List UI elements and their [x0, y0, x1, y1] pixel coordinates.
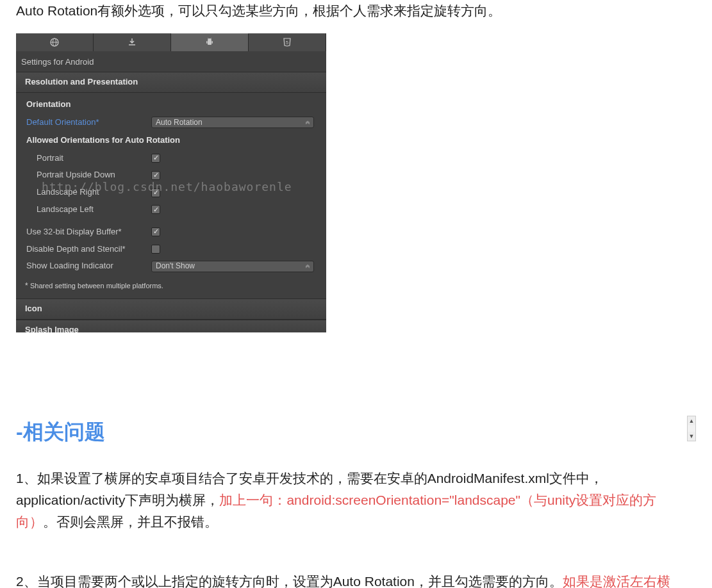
resolution-body: Orientation Default Orientation* Auto Ro… — [16, 93, 326, 298]
landscape-right-checkbox[interactable]: ✓ — [151, 188, 160, 197]
portrait-upside-row: Portrait Upside Down ✓ — [16, 167, 326, 184]
default-orientation-dropdown[interactable]: Auto Rotation — [151, 117, 314, 128]
portrait-row: Portrait ✓ — [16, 150, 326, 167]
portrait-checkbox[interactable]: ✓ — [151, 154, 160, 163]
scroll-up-icon[interactable]: ▲ — [688, 416, 695, 425]
svg-text:5: 5 — [286, 40, 288, 45]
download-icon — [127, 37, 137, 47]
show-loading-label: Show Loading Indicator — [26, 259, 151, 273]
related-section: ▲ ▼ -相关问题 1、如果设置了横屏的安卓项目结合了安卓开发技术的，需要在安卓… — [16, 416, 696, 588]
portrait-upside-checkbox[interactable]: ✓ — [151, 171, 160, 180]
inline-scrollbar[interactable]: ▲ ▼ — [687, 416, 696, 441]
related-para-1: 1、如果设置了横屏的安卓项目结合了安卓开发技术的，需要在安卓的AndroidMa… — [16, 468, 696, 532]
landscape-left-row: Landscape Left ✓ — [16, 201, 326, 218]
html5-icon: 5 — [282, 37, 292, 47]
portrait-upside-label: Portrait Upside Down — [37, 168, 151, 182]
p2-text-a: 2、当项目需要两个或以上指定的旋转方向时，设置为Auto Rotation，并且… — [16, 574, 563, 588]
default-orientation-row: Default Orientation* Auto Rotation — [16, 114, 326, 131]
footnote-asterisk: * — [25, 281, 30, 290]
related-heading: -相关问题 — [16, 416, 696, 448]
related-para-2: 2、当项目需要两个或以上指定的旋转方向时，设置为Auto Rotation，并且… — [16, 571, 696, 588]
settings-title: Settings for Android — [16, 51, 326, 72]
landscape-left-label: Landscape Left — [37, 203, 151, 216]
landscape-left-checkbox[interactable]: ✓ — [151, 205, 160, 214]
svg-rect-3 — [208, 40, 211, 45]
footnote-text: Shared setting between multiple platform… — [30, 282, 163, 290]
disable-depth-row: Disable Depth and Stencil* — [16, 241, 326, 258]
svg-line-7 — [211, 38, 211, 40]
disable-depth-label: Disable Depth and Stencil* — [26, 243, 151, 256]
landscape-right-row: Landscape Right ✓ — [16, 184, 326, 201]
scroll-track[interactable] — [688, 425, 695, 432]
use-32bit-label: Use 32-bit Display Buffer* — [26, 225, 151, 239]
svg-rect-5 — [212, 41, 213, 44]
section-resolution[interactable]: Resolution and Presentation — [16, 72, 326, 93]
footnote: * Shared setting between multiple platfo… — [16, 275, 326, 293]
tab-download[interactable] — [94, 33, 171, 51]
section-icon[interactable]: Icon — [16, 298, 326, 320]
tab-web[interactable] — [16, 33, 94, 51]
show-loading-dropdown[interactable]: Don't Show — [151, 261, 314, 272]
intro-text: Auto Rotation有额外选项，可以只勾选某些方向，根据个人需求来指定旋转… — [16, 0, 696, 22]
portrait-label: Portrait — [37, 152, 151, 165]
use-32bit-row: Use 32-bit Display Buffer* ✓ — [16, 224, 326, 241]
orientation-header: Orientation — [16, 95, 326, 114]
default-orientation-label: Default Orientation* — [26, 116, 151, 129]
landscape-right-label: Landscape Right — [37, 186, 151, 199]
svg-rect-4 — [206, 41, 208, 44]
tab-android[interactable] — [171, 33, 249, 51]
unity-settings-panel: 5 Settings for Android Resolution and Pr… — [16, 33, 326, 333]
platform-tabs: 5 — [16, 33, 326, 51]
p1-text-c: 。否则会黑屏，并且不报错。 — [43, 514, 218, 529]
show-loading-row: Show Loading Indicator Don't Show — [16, 257, 326, 275]
disable-depth-checkbox[interactable] — [151, 245, 160, 254]
globe-icon — [49, 37, 60, 47]
tab-html5[interactable]: 5 — [249, 33, 326, 51]
android-icon — [204, 37, 215, 47]
section-splash[interactable]: Splash Image — [16, 320, 326, 332]
allowed-header: Allowed Orientations for Auto Rotation — [16, 131, 326, 150]
use-32bit-checkbox[interactable]: ✓ — [151, 227, 160, 236]
scroll-down-icon[interactable]: ▼ — [688, 432, 695, 441]
svg-line-6 — [208, 38, 209, 40]
